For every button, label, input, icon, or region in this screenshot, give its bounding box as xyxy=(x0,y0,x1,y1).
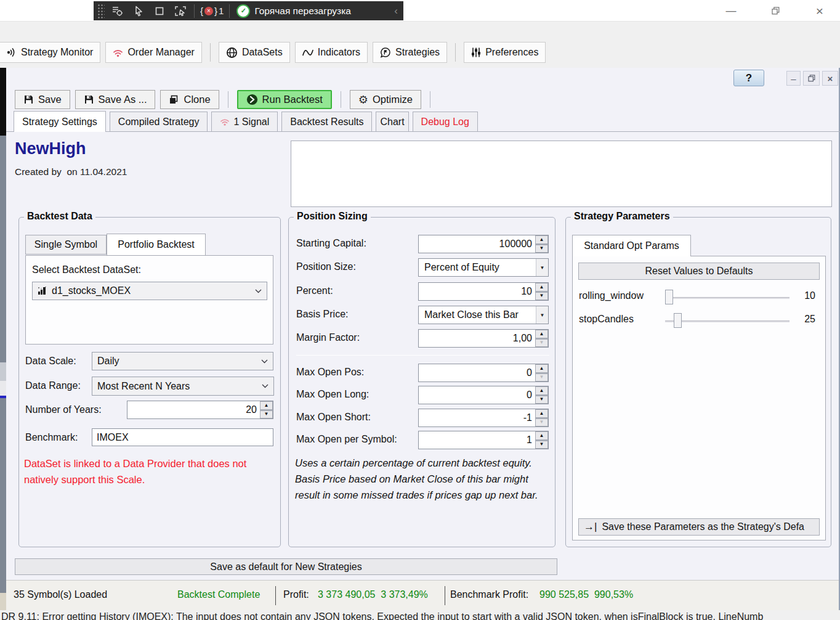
spin-down-icon[interactable] xyxy=(535,292,548,301)
child-minimize-button[interactable]: – xyxy=(786,71,801,86)
save-button[interactable]: Save xyxy=(15,90,70,109)
chevron-down-icon xyxy=(261,359,268,364)
reset-values-button[interactable]: Reset Values to Defaults xyxy=(578,263,820,280)
spin-up-icon[interactable] xyxy=(535,235,548,244)
save-parameters-default-button[interactable]: →| Save these Parameters as the Strategy… xyxy=(578,518,820,536)
rolling-window-slider-track[interactable] xyxy=(665,297,790,299)
spin-up-icon[interactable] xyxy=(260,401,273,410)
group-title: Backtest Data xyxy=(24,211,95,222)
menu-preferences[interactable]: Preferences xyxy=(464,42,546,63)
display-layout-adorners-icon[interactable] xyxy=(149,3,170,19)
window-restore-button[interactable] xyxy=(761,0,790,22)
dropdown-arrow-icon[interactable] xyxy=(536,306,548,324)
data-range-dropdown[interactable]: Most Recent N Years xyxy=(92,377,274,396)
child-close-button[interactable]: × xyxy=(822,71,838,86)
strategy-name: NewHigh xyxy=(15,139,86,158)
profit-label: Profit: xyxy=(283,589,309,600)
spin-down-icon[interactable] xyxy=(535,441,548,449)
data-scale-dropdown[interactable]: Daily xyxy=(92,352,273,370)
max-open-pos-input[interactable] xyxy=(419,364,535,381)
rolling-window-slider-handle[interactable] xyxy=(665,290,673,304)
chevron-left-icon[interactable]: ‹ xyxy=(394,5,403,17)
spin-down-icon[interactable] xyxy=(535,396,548,404)
menu-order-manager[interactable]: Order Manager xyxy=(105,42,202,63)
stop-candles-slider-handle[interactable] xyxy=(674,313,682,328)
tab-compiled-strategy[interactable]: Compiled Strategy xyxy=(110,112,208,132)
spin-down-icon[interactable] xyxy=(260,410,273,419)
show-app-layout-icon[interactable] xyxy=(107,3,128,19)
toolbar-grip-handle[interactable] xyxy=(97,4,105,18)
benchmark-label: Benchmark: xyxy=(25,432,78,443)
tab-backtest-results[interactable]: Backtest Results xyxy=(281,112,372,132)
play-circle-icon xyxy=(246,94,258,105)
tab-standard-opt-params[interactable]: Standard Opt Params xyxy=(572,235,691,256)
position-size-label: Position Size: xyxy=(296,261,356,272)
margin-factor-input[interactable] xyxy=(419,330,535,347)
strategy-toolbar: Save Save As ... Clone Run Backtest ⚙ Op… xyxy=(15,90,434,109)
tab-debug-log[interactable]: Debug Log xyxy=(413,112,478,132)
run-backtest-button[interactable]: Run Backtest xyxy=(237,90,332,109)
menu-separator xyxy=(210,43,211,62)
menu-label: DataSets xyxy=(242,47,283,58)
max-open-long-input[interactable] xyxy=(419,386,535,404)
section-divider xyxy=(296,355,549,356)
benchmark-input[interactable] xyxy=(92,428,273,446)
tab-chart[interactable]: Chart xyxy=(376,112,408,132)
spin-up-icon[interactable] xyxy=(535,409,548,418)
hot-reload-button[interactable]: ✓ Горячая перезагрузка xyxy=(233,4,355,18)
sliders-icon xyxy=(471,47,481,58)
tab-single-symbol[interactable]: Single Symbol xyxy=(25,235,107,255)
max-open-short-input[interactable] xyxy=(419,409,535,426)
optimize-button[interactable]: ⚙ Optimize xyxy=(350,90,421,109)
stop-candles-slider-track[interactable] xyxy=(665,320,790,322)
spin-down-icon[interactable] xyxy=(535,245,548,253)
window-minimize-button[interactable]: — xyxy=(717,0,745,22)
wifi-icon xyxy=(113,48,123,57)
debug-toolbar: {×} 1 ✓ Горячая перезагрузка ‹ xyxy=(94,1,403,20)
spin-up-icon[interactable] xyxy=(535,330,548,338)
brace-close: } xyxy=(214,6,217,16)
max-open-per-symbol-input[interactable] xyxy=(419,431,535,449)
clone-button[interactable]: Clone xyxy=(160,90,219,109)
left-window-edge xyxy=(0,136,6,362)
menu-datasets[interactable]: DataSets xyxy=(219,42,290,63)
number-of-years-input[interactable] xyxy=(127,401,260,418)
spin-up-icon[interactable] xyxy=(535,431,548,440)
param-stop-candles-label: stopCandles xyxy=(579,314,634,325)
spin-up-icon[interactable] xyxy=(535,364,548,373)
error-count-badge[interactable]: {×} 1 xyxy=(198,6,226,16)
tab-strategy-settings[interactable]: Strategy Settings xyxy=(14,111,106,132)
data-scale-label: Data Scale: xyxy=(25,356,76,367)
menu-strategy-monitor[interactable]: Strategy Monitor xyxy=(0,42,100,63)
spin-down-icon[interactable] xyxy=(535,373,548,382)
menu-indicators[interactable]: Indicators xyxy=(295,42,368,63)
param-rolling-window-value: 10 xyxy=(794,290,815,301)
child-restore-button[interactable] xyxy=(803,71,820,86)
tab-label: Standard Opt Params xyxy=(584,240,679,251)
window-close-button[interactable]: × xyxy=(806,0,834,22)
backtest-status: Backtest Complete xyxy=(177,589,260,600)
track-focused-element-icon[interactable] xyxy=(170,3,191,19)
select-element-cursor-icon[interactable] xyxy=(128,3,149,19)
dropdown-arrow-icon[interactable] xyxy=(536,259,548,276)
save-as-button[interactable]: Save As ... xyxy=(75,90,156,109)
save-default-new-strategies-button[interactable]: Save as default for New Strategies xyxy=(15,558,557,575)
tab-portfolio-backtest[interactable]: Portfolio Backtest xyxy=(107,234,206,255)
basis-price-dropdown[interactable]: Market Close this Bar xyxy=(418,306,549,324)
spin-up-icon[interactable] xyxy=(535,386,548,395)
percent-input[interactable] xyxy=(419,283,535,300)
starting-capital-input[interactable] xyxy=(419,235,535,253)
data-range-value: Most Recent N Years xyxy=(97,381,257,392)
dataset-dropdown[interactable]: d1_stocks_MOEX xyxy=(32,282,267,300)
max-open-per-symbol-label: Max Open per Symbol: xyxy=(296,434,397,445)
help-button[interactable]: ? xyxy=(733,70,764,86)
spin-down-icon[interactable] xyxy=(535,418,548,427)
spin-down-icon[interactable] xyxy=(535,339,548,348)
spin-up-icon[interactable] xyxy=(535,283,548,292)
menu-strategies[interactable]: Strategies xyxy=(373,42,447,63)
tab-signals[interactable]: 1 Signal xyxy=(211,112,278,132)
tab-label: Strategy Settings xyxy=(22,116,97,128)
button-label: Run Backtest xyxy=(262,94,323,105)
position-size-dropdown[interactable]: Percent of Equity xyxy=(418,258,549,277)
strategy-description-input[interactable] xyxy=(291,141,832,207)
